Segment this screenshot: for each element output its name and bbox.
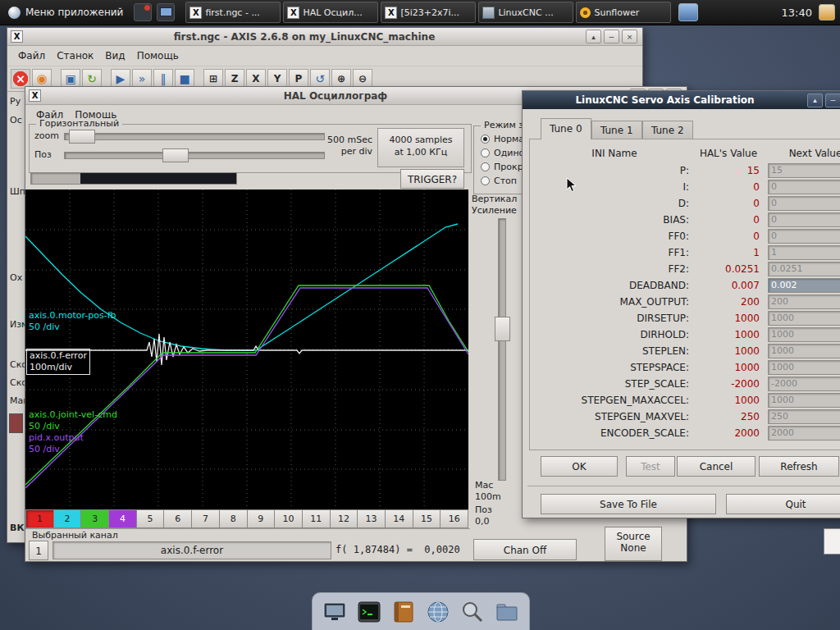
next-value-input[interactable]: 1 [768, 245, 840, 260]
channel-button-3[interactable]: 3 [81, 509, 109, 528]
taskbar-item-first-ngc[interactable]: X first.ngc - ... [185, 2, 281, 23]
gain-slider[interactable] [498, 218, 506, 481]
notification-icon[interactable] [134, 3, 152, 21]
window-thumbnail-icon[interactable] [678, 3, 698, 21]
menu-machine[interactable]: Станок [51, 48, 99, 63]
taskbar-item-linuxcnc[interactable]: LinuxCNC ... [478, 2, 573, 23]
position-slider-thumb[interactable] [162, 148, 189, 162]
mode-single[interactable]: Одино [481, 148, 524, 158]
gain-slider-thumb[interactable] [495, 317, 510, 341]
next-value-input[interactable]: 1000 [768, 360, 840, 375]
trigger-source-button[interactable]: Source None [605, 527, 662, 561]
file-manager-launcher-icon[interactable] [493, 598, 521, 626]
close-icon[interactable]: × [622, 30, 637, 43]
selected-channel-number[interactable]: 1 [29, 541, 48, 560]
next-value-input[interactable]: 0.0251 [768, 262, 840, 276]
ok-button[interactable]: OK [541, 456, 618, 477]
next-value-input[interactable]: 1000 [768, 311, 840, 326]
taskbar-item-sunflower[interactable]: Sunflower [576, 2, 671, 23]
mode-roll[interactable]: Прокр [481, 162, 523, 172]
ini-name: STEP_SCALE: [540, 378, 689, 390]
channel-button-5[interactable]: 5 [137, 509, 165, 528]
zoom-slider-thumb[interactable] [69, 130, 95, 144]
next-value-input[interactable]: 1000 [768, 344, 840, 358]
next-value-input[interactable]: 0 [768, 180, 840, 194]
menu-view[interactable]: Вид [99, 48, 130, 63]
refresh-button[interactable]: Refresh [759, 456, 839, 477]
address-book-launcher-icon[interactable] [390, 598, 418, 626]
channel-button-11[interactable]: 11 [303, 509, 331, 528]
next-value-input[interactable]: 0 [768, 196, 840, 211]
channel-button-1[interactable]: 1 [25, 509, 54, 528]
channel-button-6[interactable]: 6 [164, 509, 192, 528]
hal-value: 0 [697, 214, 760, 226]
web-browser-launcher-icon[interactable] [424, 598, 452, 626]
trace-label-f-error[interactable]: axis.0.f-error 100m/div [26, 349, 90, 375]
taskbar-item-hal-scope[interactable]: X HAL Осцил... [283, 2, 378, 23]
menu-file[interactable]: Файл [12, 48, 51, 63]
channel-button-10[interactable]: 10 [275, 509, 303, 528]
position-slider[interactable] [64, 152, 325, 159]
ini-name: BIAS: [540, 214, 689, 226]
next-value-input[interactable]: 2000 [768, 426, 840, 441]
quit-button[interactable]: Quit [726, 494, 840, 514]
axis-titlebar[interactable]: X first.ngc - AXIS 2.6.8 on my_LinuxCNC_… [7, 28, 642, 46]
channel-button-4[interactable]: 4 [109, 509, 137, 528]
trace-label-motor-pos-fb: axis.0.motor-pos-fb 50 /div [29, 310, 116, 333]
next-value-input[interactable]: 1000 [768, 393, 840, 408]
tray-icon[interactable] [819, 4, 835, 21]
search-launcher-icon[interactable] [459, 598, 486, 626]
ini-name: DIRHOLD: [540, 329, 689, 340]
shade-icon[interactable]: ▴ [807, 94, 823, 107]
next-value-input[interactable]: 0.002 [768, 278, 840, 293]
tab-tune-1[interactable]: Tune 1 [591, 121, 642, 139]
clock[interactable]: 13:40 [775, 7, 819, 19]
next-value-input[interactable]: 200 [768, 294, 840, 309]
menu-help[interactable]: Помощь [131, 48, 185, 63]
channel-button-2[interactable]: 2 [54, 509, 82, 528]
mode-normal[interactable]: Норма [481, 134, 524, 144]
channel-button-12[interactable]: 12 [331, 509, 358, 528]
selected-signal-field[interactable]: axis.0.f-error [52, 541, 331, 559]
zoom-slider[interactable] [64, 133, 325, 140]
taskbar-item-5i23[interactable]: X [5i23+2x7i... [381, 2, 476, 23]
scale-label: Мас [475, 480, 493, 491]
trigger-button[interactable]: TRIGGER? [400, 169, 464, 189]
channel-button-13[interactable]: 13 [358, 509, 386, 528]
channel-button-14[interactable]: 14 [386, 509, 413, 528]
table-header: INI Name HAL's Value Next Value [530, 144, 840, 162]
applications-menu-button[interactable]: Меню приложений [0, 0, 131, 25]
test-button[interactable]: Test [626, 456, 675, 477]
next-value-input[interactable]: 1000 [768, 327, 840, 342]
display-launcher-icon[interactable] [321, 598, 349, 626]
next-value-input[interactable]: -2000 [768, 377, 840, 391]
next-value-input[interactable]: 0 [768, 212, 840, 227]
hal-value: 250 [697, 411, 760, 422]
chan-off-button[interactable]: Chan Off [473, 539, 577, 560]
axis-window-icon: X [11, 30, 23, 43]
tab-tune-2[interactable]: Tune 2 [642, 121, 693, 139]
minimize-icon[interactable]: − [825, 94, 840, 107]
display-icon[interactable] [157, 3, 175, 21]
hal-value: 0.007 [697, 280, 760, 291]
channel-button-15[interactable]: 15 [413, 509, 441, 528]
cancel-button[interactable]: Cancel [677, 456, 756, 477]
save-to-file-button[interactable]: Save To File [541, 494, 716, 514]
terminal-launcher-icon[interactable] [355, 598, 383, 626]
next-value-input[interactable]: 15 [768, 163, 840, 178]
minimize-icon[interactable]: − [604, 30, 619, 43]
scale-value: 100m [475, 491, 501, 502]
next-value-input[interactable]: 0 [768, 229, 840, 244]
channel-button-7[interactable]: 7 [192, 509, 220, 528]
table-row: P:1515 [530, 162, 840, 179]
mode-stop[interactable]: Стоп [481, 176, 517, 186]
channel-button-8[interactable]: 8 [220, 509, 248, 528]
tab-tune-0[interactable]: Tune 0 [541, 118, 591, 139]
next-value-input[interactable]: 250 [768, 409, 840, 424]
ini-name: DEADBAND: [540, 280, 689, 291]
calibration-titlebar[interactable]: LinuxCNC Servo Axis Calibration ▴ − × [523, 91, 840, 109]
channel-button-9[interactable]: 9 [248, 509, 276, 528]
shade-icon[interactable]: ▴ [586, 30, 601, 43]
channel-button-16[interactable]: 16 [441, 509, 468, 528]
hal-value: 0 [697, 231, 760, 242]
